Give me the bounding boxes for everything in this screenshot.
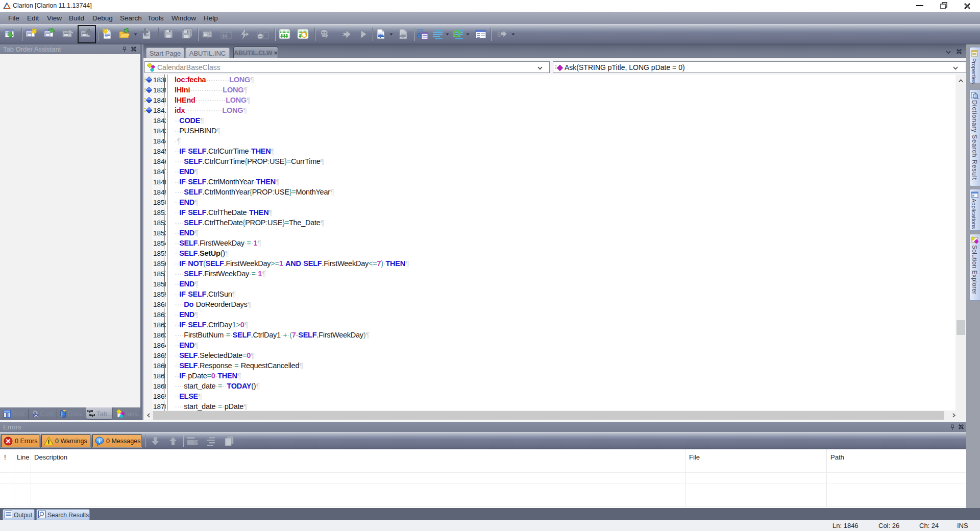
svg-text:i: i xyxy=(99,438,101,444)
svg-text:OK: OK xyxy=(34,414,38,417)
svg-text:5: 5 xyxy=(497,31,501,38)
